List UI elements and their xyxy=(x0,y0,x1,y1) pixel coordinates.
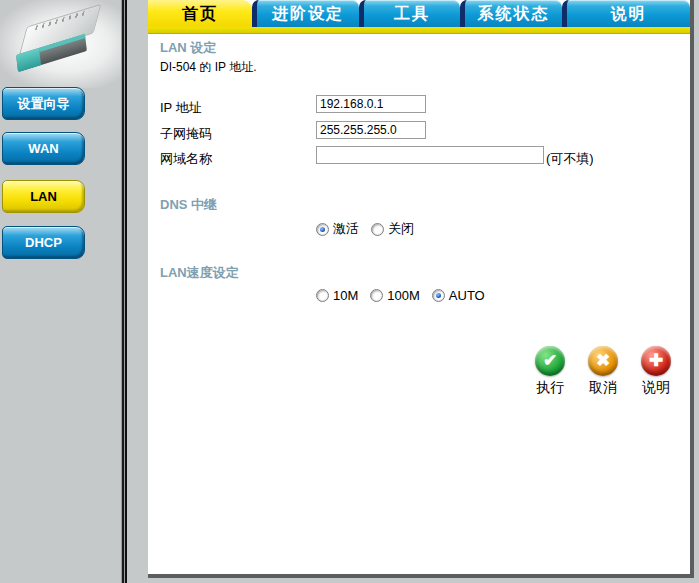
sidebar: 设置向导 WAN LAN DHCP xyxy=(0,0,122,583)
section-title-dns-relay: DNS 中继 xyxy=(160,196,217,214)
tab-tools[interactable]: 工具 xyxy=(359,0,460,27)
sidebar-item-wan[interactable]: WAN xyxy=(2,132,85,165)
section-title-lan-speed: LAN速度设定 xyxy=(160,264,239,282)
cancel-x-icon[interactable]: ✖ xyxy=(588,346,618,376)
subnet-mask-label: 子网掩码 xyxy=(160,125,212,143)
apply-button-label: 执行 xyxy=(536,379,564,397)
dns-disable-radio[interactable] xyxy=(371,223,384,236)
speed-100m-option[interactable]: 100M xyxy=(370,288,420,303)
ip-address-input[interactable] xyxy=(316,95,426,113)
vertical-divider xyxy=(121,0,129,583)
action-button-row: ✔ 执行 ✖ 取消 ✚ 说明 xyxy=(526,346,680,397)
dns-relay-radio-group: 激活 关闭 xyxy=(316,220,414,238)
tab-advanced[interactable]: 进阶设定 xyxy=(252,0,359,27)
domain-name-input[interactable] xyxy=(316,146,544,164)
tab-help[interactable]: 说明 xyxy=(562,0,690,27)
help-button[interactable]: ✚ 说明 xyxy=(632,346,680,397)
help-button-label: 说明 xyxy=(642,379,670,397)
radio-label: 100M xyxy=(387,288,420,303)
tab-label: 首页 xyxy=(182,5,218,22)
section-subtitle: DI-504 的 IP 地址. xyxy=(160,59,256,76)
section-title-lan: LAN 设定 xyxy=(160,39,216,57)
router-device-image xyxy=(0,0,122,88)
router-illustration xyxy=(5,3,111,77)
subnet-mask-input[interactable] xyxy=(316,121,426,139)
radio-label: 10M xyxy=(333,288,358,303)
radio-label: 激活 xyxy=(333,220,359,238)
optional-note: (可不填) xyxy=(546,150,594,168)
sidebar-item-dhcp[interactable]: DHCP xyxy=(2,226,85,259)
speed-auto-option[interactable]: AUTO xyxy=(432,288,485,303)
sidebar-item-lan[interactable]: LAN xyxy=(2,180,85,213)
lan-speed-radio-group: 10M 100M AUTO xyxy=(316,288,485,303)
radio-label: 关闭 xyxy=(388,220,414,238)
speed-10m-option[interactable]: 10M xyxy=(316,288,358,303)
tab-home[interactable]: 首页 xyxy=(148,0,252,27)
dns-enable-radio[interactable] xyxy=(316,223,329,236)
tab-label: 系统状态 xyxy=(478,5,550,22)
radio-label: AUTO xyxy=(449,288,485,303)
help-plus-icon[interactable]: ✚ xyxy=(641,346,671,376)
sidebar-item-setup-wizard[interactable]: 设置向导 xyxy=(2,87,85,120)
cancel-button[interactable]: ✖ 取消 xyxy=(579,346,627,397)
apply-check-icon[interactable]: ✔ xyxy=(535,346,565,376)
dns-disable-option[interactable]: 关闭 xyxy=(371,220,414,238)
ip-address-label: IP 地址 xyxy=(160,99,202,117)
dns-enable-option[interactable]: 激活 xyxy=(316,220,359,238)
tab-label: 说明 xyxy=(611,5,647,22)
tab-status[interactable]: 系统状态 xyxy=(460,0,562,27)
speed-10m-radio[interactable] xyxy=(316,289,329,302)
domain-name-label: 网域名称 xyxy=(160,150,212,168)
router-admin-screen: 设置向导 WAN LAN DHCP 首页 进阶设定 工具 系统状态 说明 LAN… xyxy=(0,0,699,583)
speed-auto-radio[interactable] xyxy=(432,289,445,302)
speed-100m-radio[interactable] xyxy=(370,289,383,302)
active-tab-strip xyxy=(148,27,690,34)
apply-button[interactable]: ✔ 执行 xyxy=(526,346,574,397)
tab-bar: 首页 进阶设定 工具 系统状态 说明 xyxy=(148,0,690,27)
tab-label: 进阶设定 xyxy=(272,5,344,22)
content-panel: 首页 进阶设定 工具 系统状态 说明 LAN 设定 DI-504 的 IP 地址… xyxy=(148,0,694,578)
tab-label: 工具 xyxy=(394,5,430,22)
cancel-button-label: 取消 xyxy=(589,379,617,397)
